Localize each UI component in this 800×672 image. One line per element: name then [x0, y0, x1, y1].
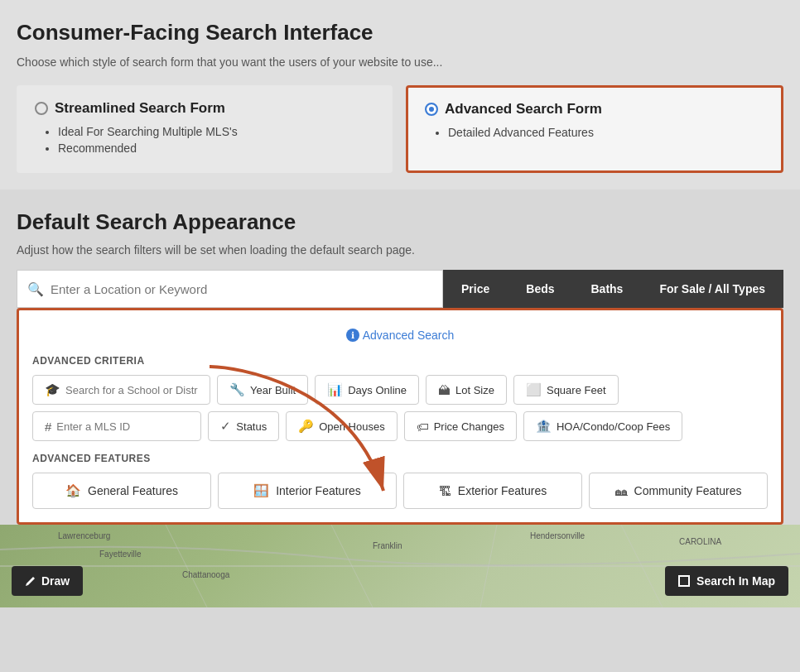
- criteria-row-2: # ✓ Status 🔑 Open Houses 🏷 Price Changes…: [32, 411, 768, 441]
- advanced-radio[interactable]: [425, 103, 438, 116]
- streamlined-radio[interactable]: [35, 102, 48, 115]
- search-section: Default Search Appearance Adjust how the…: [0, 190, 800, 525]
- advanced-bullets: Detailed Advanced Features: [425, 126, 764, 139]
- streamlined-title: Streamlined Search Form: [55, 100, 225, 117]
- status-btn[interactable]: ✓ Status: [208, 411, 279, 441]
- search-input[interactable]: [51, 282, 432, 296]
- exterior-features-btn[interactable]: 🏗 Exterior Features: [403, 473, 582, 509]
- map-label-fayetteville: Fayetteville: [99, 550, 142, 559]
- days-online-label: Days Online: [348, 384, 407, 396]
- map-label-chattanooga: Chattanooga: [182, 570, 229, 579]
- consumer-section-title: Consumer-Facing Search Interface: [17, 20, 783, 46]
- streamlined-bullets: Ideal For Searching Multiple MLS's Recom…: [35, 125, 374, 155]
- search-in-map-button[interactable]: Search In Map: [665, 566, 788, 596]
- type-button[interactable]: For Sale / All Types: [641, 270, 783, 308]
- general-features-btn[interactable]: 🏠 General Features: [32, 473, 211, 509]
- features-grid: 🏠 General Features 🪟 Interior Features 🏗…: [32, 473, 768, 509]
- advanced-header: Advanced Search Form: [425, 101, 764, 118]
- map-label-lawrenceburg: Lawrenceburg: [58, 531, 110, 540]
- page-wrapper: Consumer-Facing Search Interface Choose …: [0, 0, 800, 672]
- map-label-carolina: CAROLINA: [679, 537, 721, 546]
- advanced-card[interactable]: Advanced Search Form Detailed Advanced F…: [406, 85, 783, 173]
- radio-options: Streamlined Search Form Ideal For Search…: [17, 85, 783, 173]
- year-built-btn[interactable]: 🔧 Year Built: [217, 375, 308, 405]
- map-label-franklin: Franklin: [373, 541, 402, 550]
- window-icon: 🪟: [253, 483, 269, 498]
- advanced-features-label: ADVANCED FEATURES: [32, 453, 768, 464]
- wrench-icon: 🔧: [229, 382, 245, 397]
- advanced-link-label: Advanced Search: [363, 329, 455, 342]
- streamlined-header: Streamlined Search Form: [35, 100, 374, 117]
- beds-button[interactable]: Beds: [508, 270, 572, 308]
- status-label: Status: [236, 420, 267, 433]
- consumer-section-subtitle: Choose which style of search form that y…: [17, 55, 783, 69]
- consumer-section: Consumer-Facing Search Interface Choose …: [0, 0, 800, 190]
- home-icon: 🏠: [65, 483, 81, 498]
- advanced-bullet-1: Detailed Advanced Features: [448, 126, 764, 139]
- tag-icon: 🏷: [417, 420, 429, 434]
- map-label-hendersonville: Hendersonville: [530, 531, 585, 540]
- search-bar-row: 🔍 Price Beds Baths For Sale / All Types: [17, 270, 783, 308]
- advanced-title: Advanced Search Form: [445, 101, 602, 118]
- year-built-label: Year Built: [250, 384, 296, 396]
- advanced-link-row: ℹ Advanced Search: [32, 327, 768, 342]
- days-online-btn[interactable]: 📊 Days Online: [315, 375, 419, 405]
- advanced-link-icon: ℹ: [346, 329, 359, 342]
- hoa-fees-label: HOA/Condo/Coop Fees: [557, 420, 670, 433]
- school-icon: 🎓: [45, 382, 60, 397]
- search-section-subtitle: Adjust how the search filters will be se…: [17, 243, 783, 257]
- hoa-fees-btn[interactable]: 🏦 HOA/Condo/Coop Fees: [523, 411, 682, 441]
- community-features-label: Community Features: [634, 484, 742, 497]
- draw-button[interactable]: Draw: [12, 566, 83, 596]
- map-square-icon: [678, 575, 690, 587]
- school-search-btn[interactable]: 🎓: [32, 375, 210, 405]
- bank-icon: 🏦: [536, 419, 552, 434]
- open-houses-label: Open Houses: [319, 420, 385, 433]
- key-icon: 🔑: [298, 419, 314, 434]
- interior-features-label: Interior Features: [276, 484, 361, 497]
- advanced-panel: ℹ Advanced Search ADVANCED CRITERIA 🎓 🔧 …: [17, 308, 783, 525]
- hash-icon: #: [45, 420, 51, 434]
- search-icon: 🔍: [27, 281, 44, 297]
- price-changes-btn[interactable]: 🏷 Price Changes: [404, 411, 517, 441]
- streamlined-card[interactable]: Streamlined Search Form Ideal For Search…: [17, 85, 393, 173]
- check-icon: ✓: [220, 419, 231, 434]
- square-feet-btn[interactable]: ⬜ Square Feet: [513, 375, 619, 405]
- exterior-features-label: Exterior Features: [458, 484, 547, 497]
- map-section: Lawrenceburg Fayetteville Chattanooga Fr…: [0, 525, 800, 607]
- interior-features-btn[interactable]: 🪟 Interior Features: [218, 473, 397, 509]
- mls-id-btn[interactable]: #: [32, 411, 201, 441]
- construction-icon: 🏗: [439, 484, 451, 498]
- draw-label: Draw: [41, 574, 70, 588]
- price-changes-label: Price Changes: [434, 420, 504, 433]
- price-button[interactable]: Price: [443, 270, 508, 308]
- advanced-criteria-label: ADVANCED CRITERIA: [32, 355, 768, 367]
- criteria-row-1: 🎓 🔧 Year Built 📊 Days Online 🏔 Lot Size …: [32, 375, 768, 405]
- community-features-btn[interactable]: 🏘 Community Features: [589, 473, 768, 509]
- lot-size-label: Lot Size: [455, 384, 494, 396]
- mountain-icon: 🏔: [438, 383, 451, 397]
- general-features-label: General Features: [88, 484, 178, 497]
- lot-size-btn[interactable]: 🏔 Lot Size: [426, 375, 507, 405]
- baths-button[interactable]: Baths: [573, 270, 642, 308]
- map-background: Lawrenceburg Fayetteville Chattanooga Fr…: [0, 525, 800, 607]
- search-section-title: Default Search Appearance: [17, 209, 783, 235]
- streamlined-bullet-1: Ideal For Searching Multiple MLS's: [58, 125, 374, 138]
- search-input-wrapper[interactable]: 🔍: [17, 270, 443, 308]
- streamlined-bullet-2: Recommended: [58, 142, 374, 155]
- school-input[interactable]: [65, 384, 198, 396]
- square-icon: ⬜: [526, 382, 542, 397]
- community-icon: 🏘: [615, 484, 628, 498]
- advanced-search-link[interactable]: ℹ Advanced Search: [346, 329, 455, 342]
- search-in-map-label: Search In Map: [696, 574, 775, 588]
- square-feet-label: Square Feet: [547, 384, 606, 396]
- mls-input[interactable]: [56, 420, 189, 433]
- chart-icon: 📊: [327, 382, 343, 397]
- open-houses-btn[interactable]: 🔑 Open Houses: [286, 411, 398, 441]
- pencil-icon: [25, 575, 36, 587]
